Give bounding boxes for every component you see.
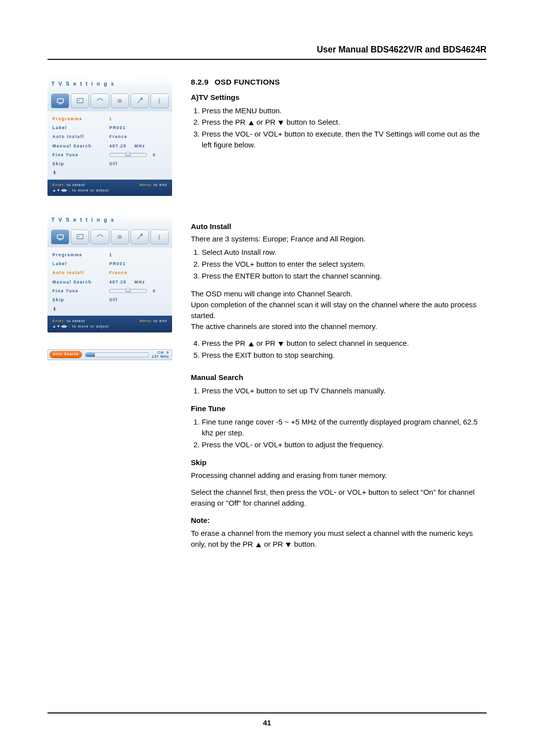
down-triangle-icon <box>278 121 283 125</box>
osd-row-programme: Programme 1 <box>47 114 172 123</box>
fine-tune-heading: Fine Tune <box>191 403 487 414</box>
section-heading: 8.2.9OSD FUNCTIONS <box>191 77 487 88</box>
fine-tune-slider <box>109 153 147 157</box>
para: Upon completion of the channel scan it w… <box>191 299 487 321</box>
osd-footer: Enter: to select▲▼◀▶ : to move or adjust… <box>47 316 172 332</box>
up-triangle-icon <box>249 121 254 125</box>
svg-rect-7 <box>57 235 63 238</box>
svg-point-12 <box>119 236 120 237</box>
para: The active channels are stored into the … <box>191 321 487 332</box>
note-heading: Note: <box>191 515 487 526</box>
step: Press the VOL- or VOL+ button to execute… <box>202 128 487 151</box>
step: Press the VOL- or VOL+ button to adjust … <box>202 439 487 451</box>
auto-install-heading: Auto Install <box>191 221 487 232</box>
step: Fine tune range cover -5 ~ +5 MHz of the… <box>202 416 487 439</box>
auto-search-progress <box>85 352 149 357</box>
step: Press the VOL+ button to enter the selec… <box>202 258 487 270</box>
tools-icon <box>131 230 149 244</box>
osd-row-skip: Skip Off <box>47 159 172 168</box>
tv-settings-heading: A)TV Settings <box>191 92 487 103</box>
picture-icon <box>71 230 89 244</box>
para: The OSD menu will change into Channel Se… <box>191 288 487 299</box>
fine-tune-slider <box>109 289 147 293</box>
osd-tv-settings-2: T V S e t t i n g s i Programme 1 Labe <box>47 213 172 332</box>
para: Processing channel adding and erasing fr… <box>191 470 487 481</box>
step: Select Auto Install row. <box>202 246 487 258</box>
header-divider <box>47 59 487 60</box>
osd-row-manual-search: Manual Search 487.25 MHz <box>47 278 172 286</box>
picture-icon <box>71 94 89 108</box>
osd-row-label: Label PR001 <box>47 123 172 132</box>
svg-rect-1 <box>59 103 61 104</box>
osd-auto-search-bar: Auto Search CH 9 137 MHz <box>47 349 172 360</box>
osd-row-skip: Skip Off <box>47 295 172 304</box>
fine-tune-steps: Fine tune range cover -5 ~ +5 MHz of the… <box>191 416 487 450</box>
sound-icon <box>90 94 109 108</box>
osd-icon-row: i <box>47 91 172 111</box>
step: Press the ENTER button to start the chan… <box>202 270 487 282</box>
svg-point-3 <box>78 99 79 100</box>
osd-row-programme: Programme 1 <box>47 250 172 259</box>
osd-title: T V S e t t i n g s <box>47 213 172 226</box>
step: Press the PR or PR button to Select. <box>202 116 487 128</box>
osd-row-manual-search: Manual Search 487.25 MHz <box>47 142 172 150</box>
info-icon: i <box>150 94 169 108</box>
auto-install-steps-a: Select Auto Install row. Press the VOL+ … <box>191 246 487 282</box>
osd-title: T V S e t t i n g s <box>47 77 172 90</box>
svg-rect-2 <box>77 98 83 102</box>
step: Press the PR or PR button to select chan… <box>202 337 487 349</box>
auto-search-pill: Auto Search <box>49 351 82 358</box>
down-triangle-icon <box>286 543 291 547</box>
svg-rect-0 <box>57 98 63 102</box>
tv-settings-steps: Press the MENU button. Press the PR or P… <box>191 105 487 151</box>
step: Press the EXIT button to stop searching. <box>202 349 487 361</box>
manual-search-heading: Manual Search <box>191 372 487 383</box>
up-triangle-icon <box>249 342 254 346</box>
svg-point-10 <box>78 236 79 236</box>
osd-row-fine-tune: Fine Tune 0 <box>47 286 172 295</box>
setup-icon <box>111 94 129 108</box>
sound-icon <box>90 230 109 244</box>
osd-row-auto-install: Auto Install France <box>47 132 172 141</box>
footer-divider <box>47 712 487 713</box>
osd-row-fine-tune: Fine Tune 0 <box>47 150 172 159</box>
tv-settings-icon <box>51 230 69 244</box>
step: Press the VOL+ button to set up TV Chann… <box>202 385 487 397</box>
svg-rect-8 <box>59 239 61 240</box>
page-number: 41 <box>47 717 487 728</box>
auto-search-meta: CH 9 137 MHz <box>152 351 169 359</box>
tools-icon <box>131 94 149 108</box>
scroll-down-icon: ⬇ <box>47 168 172 179</box>
osd-row-auto-install: Auto Install France <box>47 268 172 277</box>
osd-icon-row: i <box>47 227 172 247</box>
skip-heading: Skip <box>191 457 487 468</box>
auto-install-intro: There are 3 systems: Europe; France and … <box>191 234 487 244</box>
scroll-down-icon: ⬇ <box>47 305 172 315</box>
info-icon: i <box>150 230 169 244</box>
osd-footer: Enter: to select▲▼◀▶ : to move or adjust… <box>47 180 172 196</box>
svg-rect-9 <box>77 234 83 238</box>
note-text: To erase a channel from the memory you m… <box>191 528 487 550</box>
down-triangle-icon <box>278 342 283 346</box>
page-header: User Manual BDS4622V/R and BDS4624R <box>47 44 487 59</box>
para: Select the channel first, then press the… <box>191 487 487 509</box>
step: Press the MENU button. <box>202 105 487 117</box>
setup-icon <box>111 230 129 244</box>
osd-row-label: Label PR001 <box>47 259 172 268</box>
osd-tv-settings-1: T V S e t t i n g s i Programme 1 Labe <box>47 77 172 196</box>
tv-settings-icon <box>51 94 69 108</box>
auto-install-steps-b: Press the PR or PR button to select chan… <box>191 337 487 361</box>
up-triangle-icon <box>256 543 261 547</box>
manual-search-steps: Press the VOL+ button to set up TV Chann… <box>191 385 487 397</box>
svg-point-5 <box>119 100 120 101</box>
